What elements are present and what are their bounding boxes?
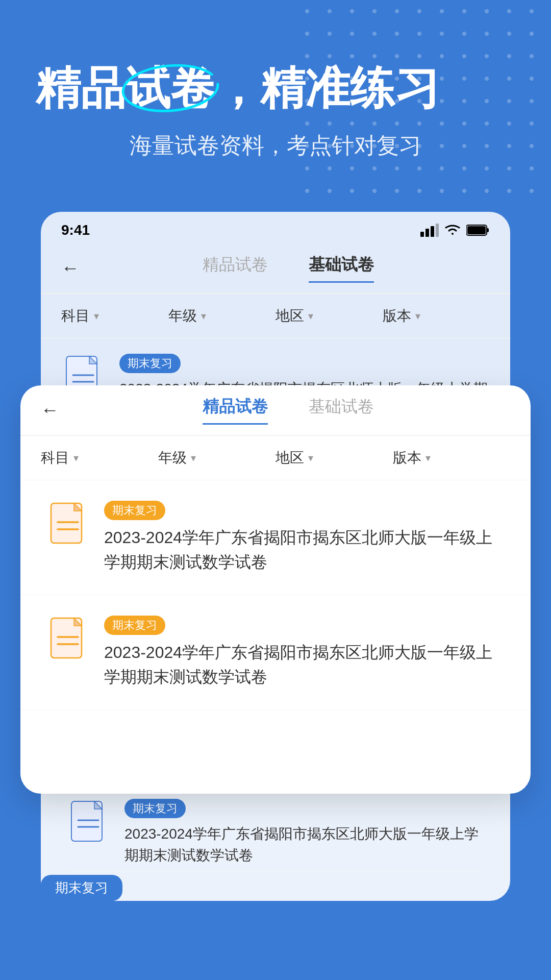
fg-card-nav: ← 精品试卷 基础试卷	[20, 385, 531, 436]
bg-back-button[interactable]: ←	[61, 257, 87, 279]
status-bar: 9:41	[41, 212, 510, 243]
bg-filter-grade[interactable]: 年级 ▾	[168, 306, 276, 326]
svg-rect-3	[431, 226, 434, 237]
bottom-title-1: 2023-2024学年广东省揭阳市揭东区北师大版一年级上学期期末测试数学试卷	[124, 823, 485, 866]
fg-badge-1: 期末复习	[104, 501, 165, 520]
fg-doc-icon-2	[46, 616, 92, 662]
svg-rect-6	[487, 228, 489, 232]
fg-list-item-1[interactable]: 期末复习 2023-2024学年广东省揭阳市揭东区北师大版一年级上学期期末测试数…	[20, 480, 531, 595]
peek-badge: 期末复习	[41, 875, 122, 901]
fg-item-content-1: 期末复习 2023-2024学年广东省揭阳市揭东区北师大版一年级上学期期末测试数…	[104, 501, 505, 574]
bottom-list-item-1[interactable]: 期末复习 2023-2024学年广东省揭阳市揭东区北师大版一年级上学期期末测试数…	[66, 794, 485, 872]
fg-filter-grade[interactable]: 年级 ▾	[158, 448, 276, 468]
time: 9:41	[61, 222, 90, 238]
svg-rect-2	[425, 229, 429, 237]
cards-area: 9:41	[20, 212, 531, 901]
fg-title-1: 2023-2024学年广东省揭阳市揭东区北师大版一年级上学期期末测试数学试卷	[104, 525, 505, 574]
hero-section: 精品 试卷 ， 精准练习 海量试卷资料，考点针对复习	[0, 0, 551, 191]
svg-rect-4	[436, 224, 439, 237]
fg-list-item-2[interactable]: 期末复习 2023-2024学年广东省揭阳市揭东区北师大版一年级上学期期末测试数…	[20, 595, 531, 710]
bg-filter-region[interactable]: 地区 ▾	[276, 306, 383, 326]
wifi-icon	[444, 224, 461, 237]
hero-subtitle: 海量试卷资料，考点针对复习	[36, 131, 515, 161]
bg-filter-subject[interactable]: 科目 ▾	[61, 306, 168, 326]
fg-filter-subject[interactable]: 科目 ▾	[41, 448, 158, 468]
bg-tab-basic[interactable]: 基础试卷	[309, 254, 374, 283]
fg-filter-region[interactable]: 地区 ▾	[276, 448, 393, 468]
status-icons	[420, 224, 490, 237]
title-highlight: 试卷	[126, 61, 215, 115]
fg-item-content-2: 期末复习 2023-2024学年广东省揭阳市揭东区北师大版一年级上学期期末测试数…	[104, 616, 505, 689]
fg-filter-bar: 科目 ▾ 年级 ▾ 地区 ▾ 版本 ▾	[20, 436, 531, 480]
svg-rect-7	[467, 226, 486, 234]
fg-tab-premium[interactable]: 精品试卷	[203, 396, 268, 425]
svg-rect-1	[420, 232, 424, 237]
bg-tab-premium[interactable]: 精品试卷	[203, 254, 268, 283]
bg-card-nav: ← 精品试卷 基础试卷	[41, 243, 510, 294]
bg-filter-edition[interactable]: 版本 ▾	[383, 306, 490, 326]
fg-filter-edition[interactable]: 版本 ▾	[393, 448, 510, 468]
title-part1: 精品	[36, 61, 126, 115]
bg-badge-1: 期末复习	[119, 354, 181, 373]
bottom-badge-1: 期末复习	[124, 799, 186, 818]
title-part2: 精准练习	[260, 61, 440, 115]
fg-badge-2: 期末复习	[104, 616, 165, 635]
bottom-doc-icon-1	[66, 799, 112, 845]
foreground-card: ← 精品试卷 基础试卷 科目 ▾ 年级 ▾ 地区 ▾ 版本 ▾	[20, 385, 531, 794]
hero-title: 精品 试卷 ， 精准练习	[36, 61, 515, 115]
fg-title-2: 2023-2024学年广东省揭阳市揭东区北师大版一年级上学期期末测试数学试卷	[104, 640, 505, 689]
signal-icon	[420, 224, 439, 237]
bg-nav-tabs: 精品试卷 基础试卷	[87, 254, 490, 283]
title-comma: ，	[215, 61, 260, 115]
fg-tab-basic[interactable]: 基础试卷	[309, 396, 374, 425]
battery-icon	[466, 224, 490, 237]
bottom-item-content-1: 期末复习 2023-2024学年广东省揭阳市揭东区北师大版一年级上学期期末测试数…	[124, 799, 485, 866]
bg-filter-bar: 科目 ▾ 年级 ▾ 地区 ▾ 版本 ▾	[41, 294, 510, 338]
fg-doc-icon-1	[46, 501, 92, 547]
fg-nav-tabs: 精品试卷 基础试卷	[66, 396, 510, 425]
fg-back-button[interactable]: ←	[41, 399, 66, 421]
